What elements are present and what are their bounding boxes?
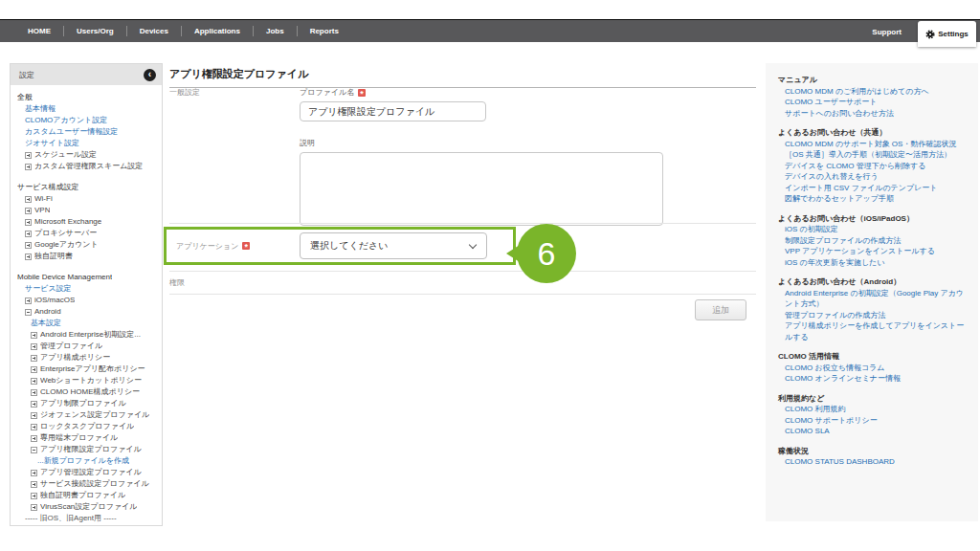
sidebar-item[interactable]: プロキシサーバー bbox=[17, 228, 158, 239]
sidebar-item[interactable]: カスタム管理権限スキーム設定 bbox=[17, 161, 158, 172]
tab-settings[interactable]: Settings bbox=[918, 21, 976, 47]
sidebar-item[interactable]: ジオフェンス設定プロファイル bbox=[17, 409, 158, 421]
collapse-icon[interactable] bbox=[31, 447, 37, 453]
expand-icon[interactable] bbox=[31, 378, 37, 385]
sidebar-item[interactable]: Webショートカットポリシー bbox=[17, 375, 158, 386]
sidebar-item[interactable]: CLOMO HOME構成ポリシー bbox=[17, 386, 158, 398]
sidebar-item[interactable]: 基本情報 bbox=[17, 103, 158, 115]
collapse-icon[interactable] bbox=[25, 309, 32, 316]
expand-icon[interactable] bbox=[31, 366, 37, 373]
sidebar-item[interactable]: カスタムユーザー情報設定 bbox=[17, 126, 158, 138]
expand-icon[interactable] bbox=[25, 253, 32, 260]
help-link[interactable]: 管理プロファイルの作成方法 bbox=[778, 310, 967, 321]
sidebar-item[interactable]: 専用端末プロファイル bbox=[17, 432, 158, 444]
sidebar-item[interactable]: CLOMOアカウント設定 bbox=[17, 115, 158, 126]
expand-icon[interactable] bbox=[31, 412, 37, 419]
sidebar-item[interactable]: アプリ権限設定プロファイル bbox=[17, 444, 158, 455]
sidebar-item[interactable]: VPN bbox=[17, 205, 158, 216]
sidebar-item-label: Microsoft Exchange bbox=[34, 216, 101, 228]
sidebar-item[interactable]: 独自証明書 bbox=[17, 251, 158, 262]
nav-reports[interactable]: Reports bbox=[298, 27, 351, 35]
help-link[interactable]: CLOMO ユーザーサポート bbox=[778, 97, 967, 108]
help-link[interactable]: CLOMO オンラインセミナー情報 bbox=[778, 373, 967, 385]
help-link[interactable]: CLOMO 利用規約 bbox=[778, 404, 967, 415]
sidebar-item[interactable]: アプリ制限プロファイル bbox=[17, 398, 158, 409]
sidebar-item[interactable]: 基本設定 bbox=[17, 318, 158, 329]
sidebar-item[interactable]: ロックタスクプロファイル bbox=[17, 421, 158, 432]
sidebar-item[interactable]: アプリ構成ポリシー bbox=[17, 352, 158, 364]
expand-icon[interactable] bbox=[31, 389, 37, 396]
help-link[interactable]: CLOMO MDM のサポート対象 OS・動作確認状況 bbox=[778, 139, 967, 150]
expand-icon[interactable] bbox=[25, 196, 32, 203]
sidebar-item[interactable]: Microsoft Exchange bbox=[17, 216, 158, 228]
sidebar-item[interactable]: ジオサイト設定 bbox=[17, 138, 158, 149]
expand-icon[interactable] bbox=[31, 504, 37, 511]
expand-icon[interactable] bbox=[25, 219, 32, 226]
help-link[interactable]: ［OS 共通］導入の手順（初期設定〜活用方法） bbox=[778, 149, 967, 161]
expand-icon[interactable] bbox=[25, 164, 32, 170]
expand-icon[interactable] bbox=[25, 208, 32, 214]
sidebar-item[interactable]: iOS/macOS bbox=[17, 295, 158, 306]
help-link[interactable]: アプリ構成ポリシーを作成してアプリをインストールする bbox=[778, 320, 967, 342]
sidebar-item[interactable]: Wi-Fi bbox=[17, 193, 158, 205]
expand-icon[interactable] bbox=[31, 481, 37, 488]
tab-settings-label: Settings bbox=[938, 30, 969, 38]
sidebar-item[interactable]: スケジュール設定 bbox=[17, 149, 158, 161]
sidebar-item[interactable]: ...新規プロファイルを作成 bbox=[17, 455, 158, 467]
nav-devices[interactable]: Devices bbox=[127, 27, 181, 35]
expand-icon[interactable] bbox=[31, 493, 37, 499]
help-link[interactable]: 図解でわかるセットアップ手順 bbox=[778, 193, 967, 205]
help-link[interactable]: iOS の年次更新を実施したい bbox=[778, 257, 967, 269]
expand-icon[interactable] bbox=[31, 424, 37, 430]
expand-icon[interactable] bbox=[25, 152, 32, 159]
profile-name-input[interactable] bbox=[300, 101, 486, 121]
required-icon: * bbox=[358, 89, 366, 97]
expand-icon[interactable] bbox=[31, 332, 37, 339]
expand-icon[interactable] bbox=[31, 401, 37, 408]
sidebar-item[interactable]: VirusScan設定プロファイル bbox=[17, 501, 158, 513]
sidebar-item[interactable]: サービス接続設定プロファイル bbox=[17, 478, 158, 490]
help-link[interactable]: Android Enterprise の初期設定（Google Play アカウ… bbox=[778, 288, 967, 310]
sidebar-item-label: アプリ管理設定プロファイル bbox=[40, 467, 142, 478]
nav-support[interactable]: Support bbox=[872, 20, 902, 43]
help-link[interactable]: CLOMO お役立ち情報コラム bbox=[778, 363, 967, 374]
sidebar-item[interactable]: 独自証明書プロファイル bbox=[17, 490, 158, 501]
sidebar-item[interactable]: 管理プロファイル bbox=[17, 341, 158, 352]
help-link[interactable]: デバイスの入れ替えを行う bbox=[778, 171, 967, 183]
help-link[interactable]: CLOMO サポートポリシー bbox=[778, 415, 967, 427]
sidebar-collapse-button[interactable]: ‹ bbox=[144, 69, 156, 81]
expand-icon[interactable] bbox=[31, 343, 37, 350]
expand-icon[interactable] bbox=[25, 231, 32, 237]
nav-home[interactable]: HOME bbox=[15, 27, 63, 35]
sidebar-item[interactable]: アプリ管理設定プロファイル bbox=[17, 467, 158, 478]
expand-icon[interactable] bbox=[31, 355, 37, 362]
nav-applications[interactable]: Applications bbox=[182, 27, 253, 35]
expand-icon[interactable] bbox=[25, 298, 32, 304]
permissions-section-label: 権限 bbox=[169, 277, 185, 288]
nav-users-org[interactable]: Users/Org bbox=[64, 27, 126, 35]
help-link[interactable]: サポートへのお問い合わせ方法 bbox=[778, 108, 967, 120]
sidebar-item-label: Enterpriseアプリ配布ポリシー bbox=[40, 364, 145, 375]
help-link[interactable]: iOS の初期設定 bbox=[778, 224, 967, 235]
sidebar-item[interactable]: Android Enterprise初期設定... bbox=[17, 329, 158, 341]
expand-icon[interactable] bbox=[31, 435, 37, 442]
sidebar-item-label: 全般 bbox=[17, 92, 33, 103]
help-link[interactable]: 制限設定プロファイルの作成方法 bbox=[778, 235, 967, 247]
sidebar-item-label: CLOMO HOME構成ポリシー bbox=[40, 386, 140, 398]
sidebar-item[interactable]: サービス設定 bbox=[17, 283, 158, 295]
expand-icon[interactable] bbox=[31, 470, 37, 476]
sidebar-item[interactable]: Android bbox=[17, 306, 158, 318]
expand-icon[interactable] bbox=[25, 242, 32, 249]
help-link[interactable]: デバイスを CLOMO 管理下から削除する bbox=[778, 161, 967, 172]
help-link[interactable]: CLOMO STATUS DASHBOARD bbox=[778, 456, 967, 468]
nav-jobs[interactable]: Jobs bbox=[254, 27, 297, 35]
help-link[interactable]: CLOMO SLA bbox=[778, 426, 967, 437]
help-link[interactable]: VPP アプリケーションをインストールする bbox=[778, 246, 967, 257]
help-link[interactable]: インポート用 CSV ファイルのテンプレート bbox=[778, 183, 967, 194]
description-textarea[interactable] bbox=[300, 152, 663, 226]
help-link[interactable]: CLOMO MDM のご利用がはじめての方へ bbox=[778, 86, 967, 98]
sidebar-item[interactable]: Googleアカウント bbox=[17, 239, 158, 251]
sidebar-item[interactable]: Enterpriseアプリ配布ポリシー bbox=[17, 364, 158, 375]
add-button[interactable]: 追加 bbox=[695, 299, 746, 320]
application-select[interactable]: 選択してください bbox=[300, 232, 487, 259]
